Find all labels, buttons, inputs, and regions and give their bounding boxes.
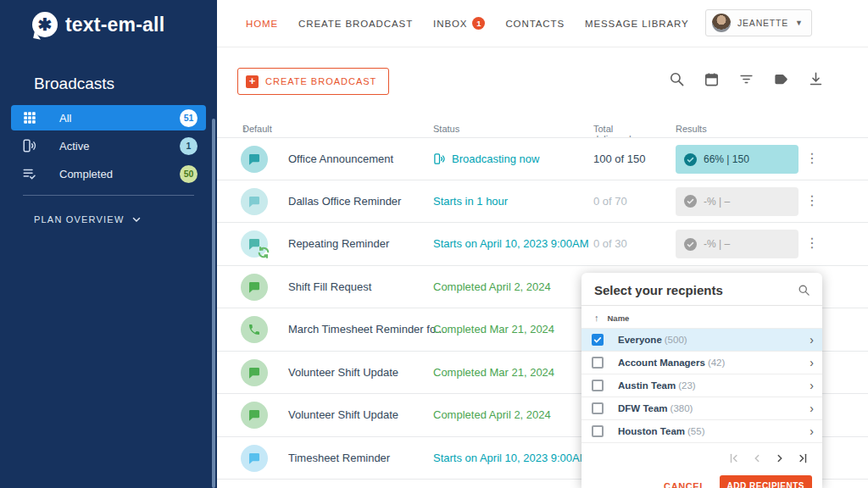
table-row[interactable]: Dallas Office Reminder Starts in 1 hour … bbox=[217, 180, 868, 224]
results-pill[interactable]: -% | – bbox=[676, 230, 798, 258]
broadcast-status: Starts in 1 hour bbox=[433, 195, 508, 208]
chevron-right-icon[interactable]: › bbox=[810, 425, 814, 437]
phone-broadcast-icon bbox=[22, 138, 37, 153]
nav-message-library[interactable]: MESSAGE LIBRARY bbox=[585, 19, 689, 29]
next-page-icon[interactable] bbox=[774, 452, 786, 464]
sidebar-item-label: Active bbox=[59, 140, 89, 152]
results-pill[interactable]: -% | – bbox=[676, 187, 798, 216]
group-count: (23) bbox=[678, 380, 695, 391]
recipient-group-row[interactable]: DFW Team (380) › bbox=[581, 397, 822, 420]
plan-overview-label: PLAN OVERVIEW bbox=[34, 214, 124, 225]
sidebar-item-all[interactable]: All 51 bbox=[11, 105, 206, 130]
checkbox-icon[interactable] bbox=[592, 357, 604, 369]
broadcast-name[interactable]: Repeating Reminder bbox=[288, 237, 389, 250]
check-circle-icon bbox=[684, 195, 697, 208]
search-icon[interactable] bbox=[798, 284, 810, 297]
sidebar-nav: All 51 Active 1 Completed 50 bbox=[0, 105, 217, 186]
recipient-group-row[interactable]: Austin Team (23) › bbox=[581, 374, 822, 397]
asterisk-glyph: ✱ bbox=[38, 16, 53, 33]
broadcast-name[interactable]: Dallas Office Reminder bbox=[288, 195, 401, 208]
sidebar-item-active[interactable]: Active 1 bbox=[11, 133, 206, 158]
download-icon[interactable] bbox=[808, 71, 824, 87]
message-icon bbox=[241, 274, 268, 301]
sidebar-item-completed[interactable]: Completed 50 bbox=[11, 161, 206, 186]
sidebar: ✱ text-em-all Broadcasts All 51 Active 1… bbox=[0, 0, 217, 488]
table-header: ↑Default Status Total delivered Results bbox=[217, 107, 868, 132]
row-menu-button[interactable]: ⋮ bbox=[805, 234, 819, 252]
broadcast-name[interactable]: March Timesheet Reminder fo... bbox=[288, 323, 445, 336]
chevron-right-icon[interactable]: › bbox=[810, 402, 814, 414]
calendar-icon[interactable] bbox=[704, 71, 720, 87]
broadcast-status: Broadcasting now bbox=[433, 152, 539, 165]
group-name: Everyone bbox=[618, 335, 662, 345]
plan-overview-toggle[interactable]: PLAN OVERVIEW bbox=[0, 196, 217, 225]
brand-logo[interactable]: ✱ text-em-all bbox=[0, 0, 217, 37]
nav-home[interactable]: HOME bbox=[246, 19, 278, 29]
message-repeat-icon bbox=[241, 230, 268, 258]
total-delivered: 0 of 70 bbox=[593, 195, 627, 208]
cancel-button[interactable]: CANCEL bbox=[664, 481, 705, 488]
check-circle-icon bbox=[684, 238, 697, 251]
broadcast-name[interactable]: Office Announcement bbox=[288, 152, 393, 165]
checkbox-icon[interactable] bbox=[592, 402, 604, 414]
brand-logo-icon: ✱ bbox=[32, 12, 58, 37]
message-icon bbox=[241, 146, 268, 173]
broadcasts-toolbar: + CREATE BROADCAST bbox=[217, 47, 868, 107]
filter-icon[interactable] bbox=[738, 71, 754, 87]
previous-page-icon[interactable] bbox=[751, 452, 763, 464]
sidebar-title: Broadcasts bbox=[0, 37, 217, 105]
create-broadcast-label: CREATE BROADCAST bbox=[265, 76, 376, 86]
message-icon bbox=[241, 445, 268, 472]
first-page-icon[interactable] bbox=[728, 452, 740, 464]
broadcast-name[interactable]: Volunteer Shift Update bbox=[288, 408, 398, 421]
user-menu-button[interactable]: JEANETTE ▼ bbox=[705, 9, 812, 36]
broadcast-status: Completed April 2, 2024 bbox=[433, 280, 551, 293]
message-icon bbox=[241, 359, 268, 386]
row-menu-button[interactable]: ⋮ bbox=[805, 191, 819, 210]
recipient-group-row[interactable]: Account Managers (42) › bbox=[581, 352, 822, 374]
last-page-icon[interactable] bbox=[797, 452, 809, 464]
results-pill[interactable]: 66% | 150 bbox=[676, 145, 798, 174]
broadcast-status: Starts on April 10, 2023 9:00AM bbox=[433, 452, 589, 464]
recipient-group-row[interactable]: Everyone (500) › bbox=[581, 329, 822, 352]
brand-name: text-em-all bbox=[65, 14, 164, 36]
group-name: Houston Team bbox=[618, 426, 685, 436]
chevron-right-icon[interactable]: › bbox=[810, 380, 814, 391]
create-broadcast-button[interactable]: + CREATE BROADCAST bbox=[237, 68, 389, 95]
checkbox-icon[interactable] bbox=[592, 380, 604, 391]
check-circle-icon bbox=[684, 153, 697, 166]
chevron-right-icon[interactable]: › bbox=[810, 357, 814, 369]
table-row[interactable]: Office Announcement Broadcasting now 100… bbox=[217, 137, 868, 180]
broadcast-status: Completed Mar 21, 2024 bbox=[433, 323, 554, 336]
group-count: (500) bbox=[665, 335, 687, 345]
broadcast-name[interactable]: Shift Fill Request bbox=[288, 280, 371, 293]
sidebar-scrollbar[interactable] bbox=[212, 119, 215, 488]
nav-create-broadcast[interactable]: CREATE BROADCAST bbox=[298, 19, 413, 29]
message-icon bbox=[241, 402, 268, 429]
nav-inbox[interactable]: INBOX 1 bbox=[433, 17, 485, 30]
name-column-header[interactable]: ↑ Name bbox=[581, 306, 822, 329]
sidebar-item-label: Completed bbox=[59, 168, 113, 180]
row-menu-button[interactable]: ⋮ bbox=[805, 149, 819, 168]
tag-icon[interactable] bbox=[773, 71, 789, 87]
group-count: (42) bbox=[708, 358, 725, 368]
recipient-group-row[interactable]: Houston Team (55) › bbox=[581, 420, 822, 443]
sort-asc-icon: ↑ bbox=[594, 313, 599, 323]
checkbox-icon[interactable] bbox=[592, 425, 604, 437]
grid-icon bbox=[22, 110, 37, 125]
group-count: (380) bbox=[670, 403, 693, 413]
add-recipients-button[interactable]: ADD RECIPIENTS bbox=[720, 475, 812, 488]
total-delivered: 100 of 150 bbox=[593, 152, 645, 165]
select-recipients-dialog: Select your recpients ↑ Name Everyone (5… bbox=[581, 273, 822, 488]
chevron-right-icon[interactable]: › bbox=[810, 334, 814, 346]
broadcast-name[interactable]: Timesheet Reminder bbox=[288, 452, 390, 464]
count-badge: 50 bbox=[180, 165, 198, 183]
sidebar-item-label: All bbox=[59, 112, 71, 125]
table-row[interactable]: Repeating Reminder Starts on April 10, 2… bbox=[217, 223, 868, 266]
nav-contacts[interactable]: CONTACTS bbox=[505, 19, 565, 29]
broadcast-status: Starts on April 10, 2023 9:00AM bbox=[433, 237, 589, 250]
checkbox-checked-icon[interactable] bbox=[592, 334, 604, 346]
list-check-icon bbox=[22, 166, 37, 181]
search-icon[interactable] bbox=[669, 71, 685, 87]
broadcast-name[interactable]: Volunteer Shift Update bbox=[288, 366, 398, 379]
